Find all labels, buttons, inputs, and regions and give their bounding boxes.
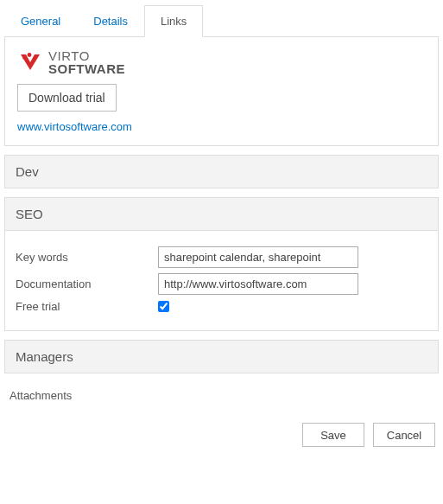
brand-text: VIRTO SOFTWARE bbox=[48, 49, 125, 75]
keywords-input[interactable] bbox=[158, 246, 358, 268]
dev-header[interactable]: Dev bbox=[5, 156, 438, 188]
keywords-label: Key words bbox=[16, 251, 158, 264]
brand-line1: VIRTO bbox=[48, 49, 125, 62]
documentation-label: Documentation bbox=[16, 278, 158, 290]
tab-details[interactable]: Details bbox=[77, 5, 144, 37]
virto-logo-icon bbox=[17, 49, 43, 75]
managers-section: Managers bbox=[4, 340, 439, 373]
save-button[interactable]: Save bbox=[302, 423, 364, 447]
freetrial-label: Free trial bbox=[16, 300, 158, 313]
tab-bar: General Details Links bbox=[4, 4, 439, 37]
svg-point-0 bbox=[28, 53, 32, 57]
attachments-label: Attachments bbox=[9, 389, 434, 402]
svg-point-1 bbox=[22, 56, 26, 60]
documentation-input[interactable] bbox=[158, 273, 358, 295]
footer-buttons: Save Cancel bbox=[4, 423, 439, 447]
links-panel: VIRTO SOFTWARE Download trial www.virtos… bbox=[4, 37, 439, 146]
seo-header[interactable]: SEO bbox=[5, 198, 438, 230]
freetrial-checkbox[interactable] bbox=[158, 301, 169, 312]
tab-general[interactable]: General bbox=[4, 5, 77, 37]
seo-body: Key words Documentation Free trial bbox=[5, 230, 438, 330]
seo-section: SEO Key words Documentation Free trial bbox=[4, 197, 439, 331]
cancel-button[interactable]: Cancel bbox=[373, 423, 435, 447]
brand-line2: SOFTWARE bbox=[48, 62, 125, 75]
tab-links[interactable]: Links bbox=[144, 5, 203, 37]
managers-header[interactable]: Managers bbox=[5, 341, 438, 373]
site-link[interactable]: www.virtosoftware.com bbox=[17, 120, 132, 133]
brand-logo: VIRTO SOFTWARE bbox=[17, 49, 426, 75]
download-trial-button[interactable]: Download trial bbox=[17, 84, 117, 112]
dev-section: Dev bbox=[4, 155, 439, 188]
